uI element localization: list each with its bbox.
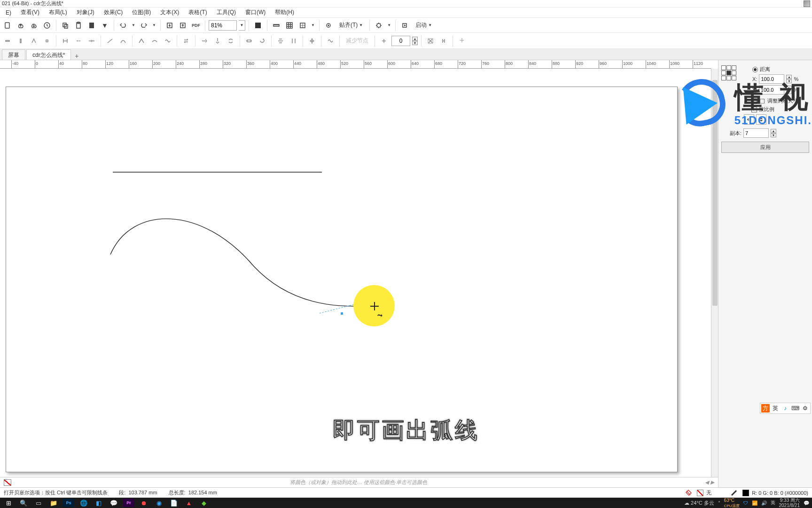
smooth-icon[interactable] bbox=[149, 35, 160, 47]
weather-widget[interactable]: ☁ 24°C 多云 bbox=[684, 500, 714, 507]
chrome-icon[interactable]: 🌐 bbox=[78, 499, 89, 507]
start-button-icon[interactable]: ⊞ bbox=[3, 499, 14, 507]
launch-icon[interactable] bbox=[399, 20, 410, 31]
ime-voice-icon[interactable]: ♪ bbox=[781, 404, 789, 413]
tray-volume-icon[interactable]: 🔊 bbox=[761, 500, 767, 506]
pick-tool-icon[interactable] bbox=[2, 35, 13, 47]
outline-tool-icon[interactable] bbox=[728, 487, 740, 499]
fill-tool-icon[interactable] bbox=[683, 487, 694, 499]
arc-icon[interactable] bbox=[117, 35, 129, 47]
select-all-icon[interactable] bbox=[378, 35, 390, 47]
node-spinner[interactable]: ▲▼ bbox=[412, 37, 418, 45]
undo-icon[interactable] bbox=[117, 20, 129, 31]
freehand-icon[interactable] bbox=[15, 35, 26, 47]
dropdown-icon[interactable]: ▼ bbox=[99, 20, 110, 31]
menu-effects[interactable]: 效果(C) bbox=[100, 8, 127, 17]
tab-add-button[interactable]: + bbox=[72, 52, 81, 60]
history-icon[interactable] bbox=[41, 20, 53, 31]
tray-shield-icon[interactable]: 🛡 bbox=[743, 500, 748, 506]
paste-icon[interactable] bbox=[73, 20, 84, 31]
redo-dropdown[interactable]: ▼ bbox=[151, 20, 157, 31]
ime-settings-icon[interactable]: ⚙ bbox=[801, 404, 809, 413]
edge-join-icon[interactable] bbox=[60, 35, 71, 47]
new-icon[interactable] bbox=[2, 20, 13, 31]
cpu-temp[interactable]: 63°CCPU温度 bbox=[724, 498, 740, 508]
undo-dropdown[interactable]: ▼ bbox=[131, 20, 136, 31]
options-icon[interactable] bbox=[373, 20, 384, 31]
explorer-icon[interactable]: 📁 bbox=[48, 499, 59, 507]
menu-layout[interactable]: 布局(L) bbox=[45, 8, 71, 17]
tray-ime[interactable]: 英 bbox=[771, 500, 775, 506]
distribute-icon[interactable] bbox=[288, 35, 299, 47]
rotate-icon[interactable] bbox=[257, 35, 268, 47]
tray-network-icon[interactable]: 📶 bbox=[752, 500, 757, 506]
coreldraw-icon[interactable]: ◆ bbox=[198, 499, 210, 507]
menu-help[interactable]: 帮助(H) bbox=[271, 8, 298, 17]
stretch-icon[interactable] bbox=[243, 35, 255, 47]
edge-extend-icon[interactable] bbox=[86, 35, 97, 47]
redo-icon[interactable] bbox=[138, 20, 149, 31]
ime-keyboard-icon[interactable]: ⌨ bbox=[791, 404, 799, 413]
zoom-dropdown[interactable]: ▼ bbox=[239, 20, 245, 31]
extend-icon[interactable] bbox=[199, 35, 210, 47]
export-icon[interactable] bbox=[177, 20, 188, 31]
menu-view[interactable]: 查看(V) bbox=[17, 8, 43, 17]
photoshop-icon[interactable]: Ps bbox=[63, 499, 74, 507]
no-fill-indicator[interactable] bbox=[697, 490, 703, 496]
outline-swatch[interactable] bbox=[742, 490, 749, 496]
ime-lang[interactable]: 英 bbox=[771, 404, 780, 413]
fullscreen-icon[interactable] bbox=[252, 20, 264, 31]
symmetric-icon[interactable] bbox=[162, 35, 173, 47]
cusp-icon[interactable] bbox=[136, 35, 147, 47]
import-icon[interactable] bbox=[164, 20, 175, 31]
apply-button[interactable]: 应用 bbox=[721, 142, 809, 153]
tray-datetime[interactable]: 9:33 周六2021/8/21 bbox=[779, 498, 800, 508]
node-icon[interactable] bbox=[41, 35, 53, 47]
wechat-icon[interactable]: 💬 bbox=[108, 499, 119, 507]
menu-bitmap[interactable]: 位图(B) bbox=[128, 8, 155, 17]
menu-table[interactable]: 表格(T) bbox=[185, 8, 211, 17]
app-icon[interactable]: ◧ bbox=[93, 499, 104, 507]
bounding-box-icon[interactable] bbox=[425, 35, 436, 47]
copy-icon[interactable] bbox=[60, 20, 71, 31]
snap-icon[interactable] bbox=[323, 20, 334, 31]
search-icon[interactable]: 🔍 bbox=[18, 499, 29, 507]
options-dropdown[interactable]: ▼ bbox=[386, 20, 392, 31]
clipboard-icon[interactable] bbox=[86, 20, 97, 31]
curve-direction-icon[interactable] bbox=[438, 35, 449, 47]
grid-icon[interactable] bbox=[284, 20, 295, 31]
pdf-icon[interactable]: PDF bbox=[190, 20, 202, 31]
menu-object[interactable]: 对象(J) bbox=[73, 8, 98, 17]
guidelines-dropdown[interactable]: ▼ bbox=[310, 20, 316, 31]
color-nav-next-icon[interactable]: ▶ bbox=[710, 479, 714, 485]
edge-icon[interactable]: ◉ bbox=[153, 499, 164, 507]
tray-expand-icon[interactable]: ˄ bbox=[718, 500, 720, 506]
align-icon[interactable] bbox=[275, 35, 286, 47]
anchor-grid[interactable] bbox=[721, 65, 736, 80]
notepad-icon[interactable]: 📄 bbox=[168, 499, 180, 507]
close-curve-icon[interactable] bbox=[225, 35, 236, 47]
task-view-icon[interactable]: ▭ bbox=[33, 499, 44, 507]
plus-icon[interactable]: + bbox=[456, 35, 468, 47]
line-icon[interactable] bbox=[104, 35, 116, 47]
edge-break-icon[interactable] bbox=[73, 35, 84, 47]
distance-radio[interactable] bbox=[752, 67, 758, 72]
launch-button[interactable]: 启动 ▼ bbox=[412, 20, 435, 31]
user-avatar-icon[interactable] bbox=[804, 0, 810, 7]
tab-welcome[interactable]: 屏幕 bbox=[2, 49, 25, 60]
tab-document[interactable]: cdr怎么画线* bbox=[26, 49, 71, 60]
ime-bar[interactable]: 方 英 ♪ ⌨ ⚙ bbox=[760, 403, 811, 414]
menu-text[interactable]: 文本(X) bbox=[156, 8, 183, 17]
guidelines-icon[interactable] bbox=[297, 20, 308, 31]
reverse-icon[interactable] bbox=[180, 35, 192, 47]
no-fill-swatch[interactable] bbox=[4, 479, 11, 486]
cloud-upload-icon[interactable] bbox=[15, 20, 26, 31]
record-icon[interactable]: ⏺ bbox=[138, 499, 149, 507]
menu-file[interactable]: E) bbox=[2, 8, 15, 17]
color-nav-prev-icon[interactable]: ◀ bbox=[705, 479, 709, 485]
node-count-input[interactable] bbox=[391, 36, 410, 46]
menu-tools[interactable]: 工具(Q) bbox=[213, 8, 240, 17]
shape-icon[interactable] bbox=[28, 35, 39, 47]
rulers-icon[interactable] bbox=[271, 20, 282, 31]
tray-notification-icon[interactable]: 💬 bbox=[804, 500, 809, 506]
